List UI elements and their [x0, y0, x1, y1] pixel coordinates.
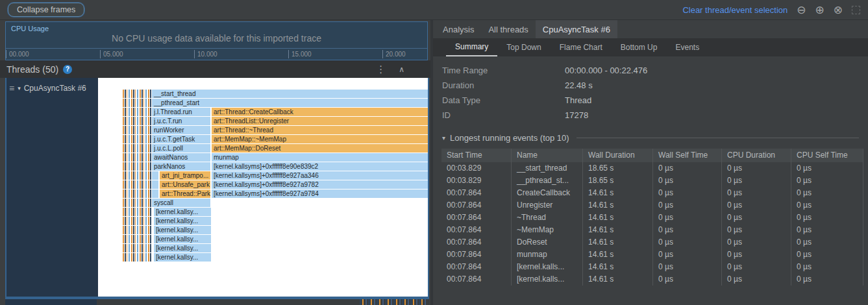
flame-bar[interactable]: j.u.c.L.poll — [152, 144, 210, 152]
zoom-out-icon[interactable]: ⊖ — [797, 5, 806, 16]
flame-bar[interactable] — [152, 180, 158, 189]
cpu-usage-panel[interactable]: CPU Usage No CPU usage data available fo… — [5, 21, 428, 60]
flame-minor-samples[interactable] — [123, 90, 151, 98]
flame-minor-samples[interactable] — [123, 199, 151, 207]
flame-bar[interactable]: j.l.Thread.run — [152, 108, 210, 116]
tab-cpuasynctask-6[interactable]: CpuAsyncTask #6 — [536, 20, 617, 38]
column-header-start-time[interactable]: Start Time — [441, 149, 512, 162]
section-collapse-triangle-icon[interactable]: ▾ — [442, 134, 445, 141]
table-row[interactable]: 00:03.829__pthread_st...18.65 s0 µs0 µs0… — [441, 175, 863, 187]
table-row[interactable]: 00:07.864~Thread14.61 s0 µs0 µs0 µs — [441, 212, 863, 224]
flame-bar[interactable]: [kernel.kallsyms]+0xffffff8e927a9782 — [212, 180, 428, 189]
flame-bar[interactable]: [kernel.kallsyms]+0xffffff8e927aa346 — [212, 171, 428, 180]
flame-bar[interactable]: parkNanos — [152, 162, 210, 171]
info-value: 22.48 s — [565, 80, 593, 90]
flame-bar[interactable]: art::Thread::~Thread — [212, 126, 428, 134]
flame-minor-samples[interactable] — [123, 253, 151, 262]
flame-bar[interactable]: [kernel.kallsyms]+0xffffff8e90e839c2 — [212, 162, 428, 171]
table-row[interactable]: 00:07.864Unregister14.61 s0 µs0 µs0 µs — [441, 199, 863, 212]
flame-bar[interactable]: awaitNanos — [152, 153, 210, 162]
table-cell: CreateCallback — [512, 187, 583, 199]
flame-bar[interactable] — [152, 189, 158, 198]
table-row[interactable]: 00:03.829__start_thread18.65 s0 µs0 µs0 … — [441, 162, 863, 175]
column-header-wall-duration[interactable]: Wall Duration — [583, 149, 653, 162]
axis-tick-label: 20.000 — [382, 50, 406, 58]
flame-minor-samples[interactable] — [123, 99, 151, 107]
flame-bar[interactable]: art::ThreadList::Unregister — [212, 117, 428, 125]
next-thread-track[interactable] — [5, 298, 429, 305]
flame-minor-samples[interactable] — [123, 117, 151, 125]
flame-bar[interactable]: __pthread_start — [152, 99, 428, 107]
collapse-frames-button[interactable]: Collapse frames — [8, 3, 84, 17]
table-row[interactable]: 00:07.864[kernel.kalls...14.61 s0 µs0 µs… — [441, 273, 863, 286]
column-header-cpu-duration[interactable]: CPU Duration — [722, 149, 791, 162]
inspector-tabs: AnalysisAll threadsCpuAsyncTask #6 — [433, 20, 868, 38]
tab-all-threads[interactable]: All threads — [481, 20, 535, 38]
flame-bar[interactable]: art::Thread::CreateCallback — [212, 108, 428, 116]
flame-row: j.l.Thread.runart::Thread::CreateCallbac… — [98, 108, 428, 117]
flame-bar[interactable]: [kernel.kallsy... — [154, 226, 211, 234]
subtab-bottom-up[interactable]: Bottom Up — [612, 38, 667, 56]
subtab-flame-chart[interactable]: Flame Chart — [551, 38, 612, 56]
help-icon[interactable]: ? — [63, 65, 72, 74]
flame-bar[interactable]: [kernel.kallsy... — [154, 208, 211, 216]
reset-zoom-icon[interactable]: ⊗ — [834, 5, 843, 16]
flame-minor-samples[interactable] — [123, 180, 151, 189]
flame-bar[interactable]: [kernel.kallsy... — [154, 217, 211, 225]
flame-bar[interactable]: art::MemMap::DoReset — [212, 144, 428, 152]
subtab-top-down[interactable]: Top Down — [497, 38, 550, 56]
flame-minor-samples[interactable] — [123, 235, 151, 243]
flame-bar[interactable]: [kernel.kallsyms]+0xffffff8e927a9784 — [212, 189, 428, 198]
flame-minor-samples[interactable] — [123, 153, 151, 162]
flame-minor-samples[interactable] — [123, 244, 151, 252]
collapse-section-icon[interactable]: ∧ — [399, 65, 404, 74]
column-header-name[interactable]: Name — [512, 149, 583, 162]
flame-bar[interactable]: art::Thread::Park — [160, 189, 210, 198]
flame-bar[interactable]: j.u.c.T.getTask — [152, 135, 210, 143]
table-row[interactable]: 00:07.864CreateCallback14.61 s0 µs0 µs0 … — [441, 187, 863, 199]
axis-tick-label: 10.000 — [194, 50, 217, 58]
flame-chart[interactable]: __start_thread__pthread_startj.l.Thread.… — [98, 78, 428, 297]
flame-minor-samples[interactable] — [123, 189, 151, 198]
table-row[interactable]: 00:07.864DoReset14.61 s0 µs0 µs0 µs — [441, 236, 863, 249]
events-section-header[interactable]: ▾ Longest running events (top 10) — [442, 133, 859, 143]
column-header-wall-self-time[interactable]: Wall Self Time — [653, 149, 722, 162]
flame-bar[interactable]: runWorker — [152, 126, 210, 134]
expand-triangle-icon[interactable]: ▾ — [18, 85, 21, 92]
tab-analysis[interactable]: Analysis — [436, 20, 481, 38]
thread-row-cpuasynctask[interactable]: ≡ ▾ CpuAsyncTask #6 — [6, 78, 98, 99]
zoom-in-icon[interactable]: ⊕ — [815, 5, 825, 16]
flame-minor-samples[interactable] — [123, 135, 151, 143]
flame-bar[interactable]: art::Unsafe_park — [160, 180, 210, 189]
flame-minor-samples[interactable] — [123, 217, 151, 225]
next-thread-chart — [97, 299, 429, 305]
flame-bar[interactable]: art::MemMap::~MemMap — [212, 135, 428, 143]
flame-bar[interactable]: j.u.c.T.run — [152, 117, 210, 125]
flame-minor-samples[interactable] — [123, 144, 151, 152]
subtab-summary[interactable]: Summary — [446, 38, 497, 56]
flame-bar[interactable]: [kernel.kallsy... — [154, 235, 211, 243]
table-cell: 0 µs — [653, 236, 722, 249]
flame-bar[interactable] — [152, 171, 158, 180]
flame-bar[interactable]: art_jni_trampo... — [160, 171, 210, 180]
flame-bar[interactable]: syscall — [152, 199, 210, 207]
table-row[interactable]: 00:07.864munmap14.61 s0 µs0 µs0 µs — [441, 249, 863, 261]
flame-row: __start_thread — [98, 90, 428, 99]
flame-minor-samples[interactable] — [123, 171, 151, 180]
flame-minor-samples[interactable] — [123, 108, 151, 116]
flame-minor-samples[interactable] — [123, 208, 151, 216]
column-header-cpu-self-time[interactable]: CPU Self Time — [791, 149, 863, 162]
clear-selection-link[interactable]: Clear thread/event selection — [682, 5, 787, 15]
subtab-events[interactable]: Events — [666, 38, 708, 56]
table-row[interactable]: 00:07.864[kernel.kalls...14.61 s0 µs0 µs… — [441, 261, 863, 273]
flame-minor-samples[interactable] — [123, 162, 151, 171]
drag-handle-icon[interactable]: ≡ — [9, 83, 14, 93]
flame-minor-samples[interactable] — [123, 126, 151, 134]
flame-bar[interactable]: __start_thread — [152, 90, 428, 98]
table-row[interactable]: 00:07.864~MemMap14.61 s0 µs0 µs0 µs — [441, 224, 863, 236]
flame-bar[interactable]: [kernel.kallsy... — [154, 253, 211, 262]
flame-bar[interactable]: munmap — [212, 153, 428, 162]
kebab-menu-icon[interactable]: ⋮ — [376, 64, 386, 75]
flame-minor-samples[interactable] — [123, 226, 151, 234]
flame-bar[interactable]: [kernel.kallsy... — [154, 244, 211, 252]
